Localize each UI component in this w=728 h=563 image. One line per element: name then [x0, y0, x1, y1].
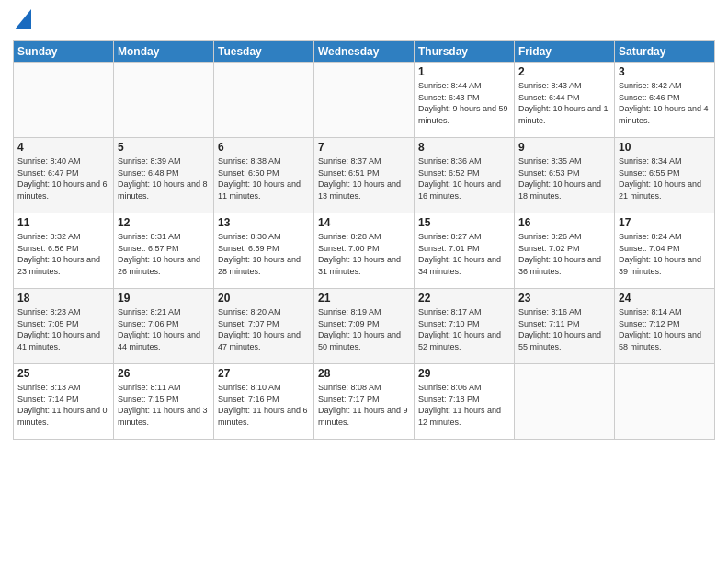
day-number: 18 [17, 292, 109, 304]
calendar-cell: 9Sunrise: 8:35 AM Sunset: 6:53 PM Daylig… [515, 138, 615, 213]
calendar-cell: 16Sunrise: 8:26 AM Sunset: 7:02 PM Dayli… [515, 213, 615, 289]
day-info: Sunrise: 8:44 AM Sunset: 6:43 PM Dayligh… [418, 80, 510, 126]
day-number: 21 [318, 292, 410, 304]
day-number: 16 [518, 216, 610, 229]
calendar-week-row: 1Sunrise: 8:44 AM Sunset: 6:43 PM Daylig… [14, 63, 715, 138]
calendar-cell [14, 63, 114, 138]
calendar-week-row: 25Sunrise: 8:13 AM Sunset: 7:14 PM Dayli… [14, 364, 715, 440]
day-number: 1 [418, 65, 510, 78]
day-number: 26 [118, 367, 210, 380]
day-number: 29 [418, 367, 510, 380]
day-info: Sunrise: 8:06 AM Sunset: 7:18 PM Dayligh… [418, 382, 510, 428]
day-info: Sunrise: 8:17 AM Sunset: 7:10 PM Dayligh… [418, 306, 510, 352]
day-info: Sunrise: 8:21 AM Sunset: 7:06 PM Dayligh… [118, 306, 210, 352]
day-info: Sunrise: 8:19 AM Sunset: 7:09 PM Dayligh… [318, 306, 410, 352]
calendar-cell: 2Sunrise: 8:43 AM Sunset: 6:44 PM Daylig… [515, 63, 615, 138]
day-info: Sunrise: 8:34 AM Sunset: 6:55 PM Dayligh… [619, 155, 711, 201]
day-info: Sunrise: 8:32 AM Sunset: 6:56 PM Dayligh… [17, 231, 109, 277]
calendar-body: 1Sunrise: 8:44 AM Sunset: 6:43 PM Daylig… [14, 63, 715, 440]
calendar-cell: 7Sunrise: 8:37 AM Sunset: 6:51 PM Daylig… [314, 138, 415, 213]
calendar-cell: 13Sunrise: 8:30 AM Sunset: 6:59 PM Dayli… [214, 213, 314, 289]
day-number: 23 [518, 292, 610, 304]
day-info: Sunrise: 8:24 AM Sunset: 7:04 PM Dayligh… [619, 231, 711, 277]
day-number: 12 [118, 216, 210, 229]
calendar-cell: 6Sunrise: 8:38 AM Sunset: 6:50 PM Daylig… [214, 138, 314, 213]
day-number: 15 [418, 216, 510, 229]
page: SundayMondayTuesdayWednesdayThursdayFrid… [0, 0, 728, 563]
logo [13, 9, 31, 33]
day-number: 17 [619, 216, 711, 229]
day-info: Sunrise: 8:31 AM Sunset: 6:57 PM Dayligh… [118, 231, 210, 277]
day-info: Sunrise: 8:39 AM Sunset: 6:48 PM Dayligh… [118, 155, 210, 201]
calendar-cell: 11Sunrise: 8:32 AM Sunset: 6:56 PM Dayli… [14, 213, 114, 289]
day-info: Sunrise: 8:10 AM Sunset: 7:16 PM Dayligh… [218, 382, 310, 428]
day-number: 10 [619, 141, 711, 154]
calendar-cell: 29Sunrise: 8:06 AM Sunset: 7:18 PM Dayli… [415, 364, 515, 440]
calendar-cell: 27Sunrise: 8:10 AM Sunset: 7:16 PM Dayli… [214, 364, 314, 440]
day-info: Sunrise: 8:28 AM Sunset: 7:00 PM Dayligh… [318, 231, 410, 277]
calendar-cell: 23Sunrise: 8:16 AM Sunset: 7:11 PM Dayli… [515, 289, 615, 364]
calendar-cell: 1Sunrise: 8:44 AM Sunset: 6:43 PM Daylig… [415, 63, 515, 138]
day-info: Sunrise: 8:27 AM Sunset: 7:01 PM Dayligh… [418, 231, 510, 277]
calendar-cell: 21Sunrise: 8:19 AM Sunset: 7:09 PM Dayli… [314, 289, 415, 364]
day-number: 3 [619, 65, 711, 78]
day-number: 22 [418, 292, 510, 304]
day-info: Sunrise: 8:20 AM Sunset: 7:07 PM Dayligh… [218, 306, 310, 352]
day-number: 20 [218, 292, 310, 304]
day-info: Sunrise: 8:11 AM Sunset: 7:15 PM Dayligh… [118, 382, 210, 428]
day-number: 28 [318, 367, 410, 380]
day-info: Sunrise: 8:40 AM Sunset: 6:47 PM Dayligh… [17, 155, 109, 201]
day-number: 2 [518, 65, 610, 78]
day-info: Sunrise: 8:43 AM Sunset: 6:44 PM Dayligh… [518, 80, 610, 126]
day-number: 27 [218, 367, 310, 380]
calendar-cell [515, 364, 615, 440]
calendar-header-row: SundayMondayTuesdayWednesdayThursdayFrid… [14, 41, 715, 63]
weekday-header: Friday [515, 41, 615, 63]
calendar-cell: 18Sunrise: 8:23 AM Sunset: 7:05 PM Dayli… [14, 289, 114, 364]
calendar-cell: 26Sunrise: 8:11 AM Sunset: 7:15 PM Dayli… [114, 364, 214, 440]
calendar-cell: 25Sunrise: 8:13 AM Sunset: 7:14 PM Dayli… [14, 364, 114, 440]
day-info: Sunrise: 8:37 AM Sunset: 6:51 PM Dayligh… [318, 155, 410, 201]
day-number: 4 [17, 141, 109, 154]
weekday-header: Saturday [615, 41, 715, 63]
calendar-cell: 8Sunrise: 8:36 AM Sunset: 6:52 PM Daylig… [415, 138, 515, 213]
calendar-week-row: 18Sunrise: 8:23 AM Sunset: 7:05 PM Dayli… [14, 289, 715, 364]
day-number: 11 [17, 216, 109, 229]
day-info: Sunrise: 8:38 AM Sunset: 6:50 PM Dayligh… [218, 155, 310, 201]
calendar-cell: 28Sunrise: 8:08 AM Sunset: 7:17 PM Dayli… [314, 364, 415, 440]
calendar-cell [114, 63, 214, 138]
day-info: Sunrise: 8:30 AM Sunset: 6:59 PM Dayligh… [218, 231, 310, 277]
day-number: 5 [118, 141, 210, 154]
svg-marker-0 [15, 9, 31, 29]
header [13, 9, 715, 33]
day-info: Sunrise: 8:42 AM Sunset: 6:46 PM Dayligh… [619, 80, 711, 126]
calendar-cell: 4Sunrise: 8:40 AM Sunset: 6:47 PM Daylig… [14, 138, 114, 213]
day-info: Sunrise: 8:14 AM Sunset: 7:12 PM Dayligh… [619, 306, 711, 352]
weekday-header: Tuesday [214, 41, 314, 63]
day-number: 13 [218, 216, 310, 229]
day-number: 25 [17, 367, 109, 380]
logo-arrow-icon [15, 9, 31, 29]
weekday-header: Sunday [14, 41, 114, 63]
weekday-header: Monday [114, 41, 214, 63]
calendar-week-row: 4Sunrise: 8:40 AM Sunset: 6:47 PM Daylig… [14, 138, 715, 213]
calendar-cell: 3Sunrise: 8:42 AM Sunset: 6:46 PM Daylig… [615, 63, 715, 138]
calendar-cell: 15Sunrise: 8:27 AM Sunset: 7:01 PM Dayli… [415, 213, 515, 289]
day-number: 7 [318, 141, 410, 154]
day-number: 9 [518, 141, 610, 154]
day-info: Sunrise: 8:35 AM Sunset: 6:53 PM Dayligh… [518, 155, 610, 201]
calendar-week-row: 11Sunrise: 8:32 AM Sunset: 6:56 PM Dayli… [14, 213, 715, 289]
day-number: 24 [619, 292, 711, 304]
calendar-cell: 19Sunrise: 8:21 AM Sunset: 7:06 PM Dayli… [114, 289, 214, 364]
weekday-header: Wednesday [314, 41, 415, 63]
day-number: 19 [118, 292, 210, 304]
calendar-cell [314, 63, 415, 138]
calendar-cell [214, 63, 314, 138]
day-number: 8 [418, 141, 510, 154]
day-number: 14 [318, 216, 410, 229]
calendar-cell: 20Sunrise: 8:20 AM Sunset: 7:07 PM Dayli… [214, 289, 314, 364]
calendar-cell: 10Sunrise: 8:34 AM Sunset: 6:55 PM Dayli… [615, 138, 715, 213]
calendar-cell: 22Sunrise: 8:17 AM Sunset: 7:10 PM Dayli… [415, 289, 515, 364]
calendar-cell: 12Sunrise: 8:31 AM Sunset: 6:57 PM Dayli… [114, 213, 214, 289]
day-info: Sunrise: 8:36 AM Sunset: 6:52 PM Dayligh… [418, 155, 510, 201]
